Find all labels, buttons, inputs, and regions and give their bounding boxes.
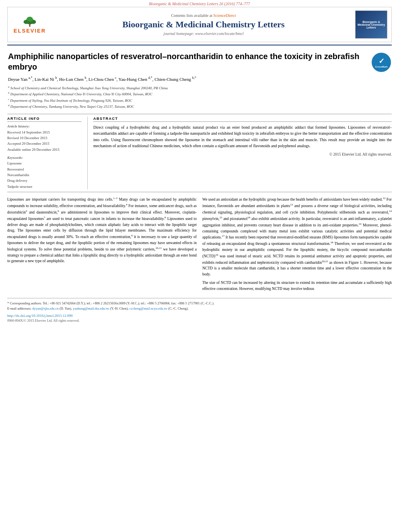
journal-title-area: Contents lists available at ScienceDirec… [56,13,351,36]
history-revised: Revised 10 December 2015 [7,135,82,141]
elsevier-wordmark: ELSEVIER [14,28,46,34]
affiliation-c: c Department of Styling, Yzu Hui Institu… [8,97,391,104]
keyword-resveratrol: Resveratrol [7,166,82,172]
svg-point-4 [27,16,33,21]
email-link-cheng[interactable]: cccheng@mail.ncyu.edu.tw [130,306,167,310]
journal-header: ELSEVIER Contents lists available at Sci… [7,7,392,42]
abstract-body: Direct coupling of a hydrophobic drug an… [93,124,392,149]
elsevier-tree-icon [18,16,42,28]
article-title-section: Amphiphilic nanoparticles of resveratrol… [0,45,399,75]
body-para-2: We used an antioxidant as the hydrophili… [202,196,392,277]
keywords-label: Keywords: [7,156,82,160]
history-accepted: Accepted 29 December 2015 [7,141,82,146]
journal-logo-image: Bioorganic & Medicinal Chemistry Letters [355,10,387,39]
keyword-liposome: Liposome [7,160,82,166]
article-history-label: Article history: [7,124,82,128]
affiliations-section: a School of Chemistry and Chemical Techn… [0,82,399,111]
top-bar: Bioorganic & Medicinal Chemistry Letters… [0,0,399,7]
article-info-abstract-section: ARTICLE INFO Article history: Received 1… [7,117,392,190]
affiliation-a: a School of Chemistry and Chemical Techn… [8,85,391,91]
issn-line: 0960-894X/© 2015 Elsevier Ltd. All right… [7,318,392,322]
body-para-3: The size of NCTD can be increased by alt… [202,280,392,292]
journal-name: Bioorganic & Medicinal Chemistry Letters [56,19,351,30]
crossmark-icon: ✓ CrossMark [372,53,391,72]
sciencedirect-anchor[interactable]: ScienceDirect [213,13,236,18]
body-para-1: Liposomes are important carriers for tra… [7,196,197,264]
content-divider [7,114,392,114]
keyword-norcantharidin: Norcantharidin [7,172,82,178]
corresponding-footnote: * Corresponding authors. Tel.: +86 021 5… [7,301,392,306]
body-left-col: Liposomes are important carriers for tra… [7,196,197,294]
body-section: Liposomes are important carriers for tra… [7,196,392,294]
history-online: Available online 29 December 2015 [7,147,82,152]
sciencedirect-link: Contents lists available at ScienceDirec… [56,13,351,18]
body-right-col: We used an antioxidant as the hydrophili… [202,196,392,294]
elsevier-logo: ELSEVIER [12,14,48,35]
crossmark-badge: ✓ CrossMark [372,53,391,72]
article-info-col: ARTICLE INFO Article history: Received 1… [7,117,88,190]
article-title: Amphiphilic nanoparticles of resveratrol… [8,51,368,72]
keyword-tadpole: Tadpole structure [7,184,82,189]
keyword-drug-delivery: Drug delivery [7,178,82,183]
email-link-yan[interactable]: dyyan@sjtu.edu.cn [32,306,58,310]
authors-line: Deyue Yan a,*, Lin-Kai Ni b, Ho-Lun Chen… [0,75,399,82]
abstract-label: ABSTRACT [93,117,392,122]
history-received: Received 14 September 2015 [7,129,82,135]
body-divider [7,192,392,192]
email-link-chen[interactable]: yauhung@mail.tku.edu.tw [73,306,109,310]
email-footnote: E-mail addresses: dyyan@sjtu.edu.cn (D. … [7,306,392,311]
doi-line: http://dx.doi.org/10.1016/j.bmcl.2015.12… [7,314,392,318]
copyright-line: © 2015 Elsevier Ltd. All rights reserved… [93,152,392,156]
abstract-col: ABSTRACT Direct coupling of a hydrophobi… [88,117,392,190]
affiliation-d: d Department of Chemistry, Tamkang Unive… [8,103,391,110]
article-info-label: ARTICLE INFO [7,117,82,122]
elsevier-logo-area: ELSEVIER [12,14,56,35]
footnotes-section: * Corresponding authors. Tel.: +86 021 5… [7,298,392,322]
doi-link[interactable]: http://dx.doi.org/10.1016/j.bmcl.2015.12… [7,314,73,318]
journal-homepage: journal homepage: www.elsevier.com/locat… [56,31,351,36]
journal-logo-area: Bioorganic & Medicinal Chemistry Letters [351,10,387,39]
journal-reference: Bioorganic & Medicinal Chemistry Letters… [0,0,399,7]
affiliation-b: b Department of Applied Chemistry, Natio… [8,91,391,97]
